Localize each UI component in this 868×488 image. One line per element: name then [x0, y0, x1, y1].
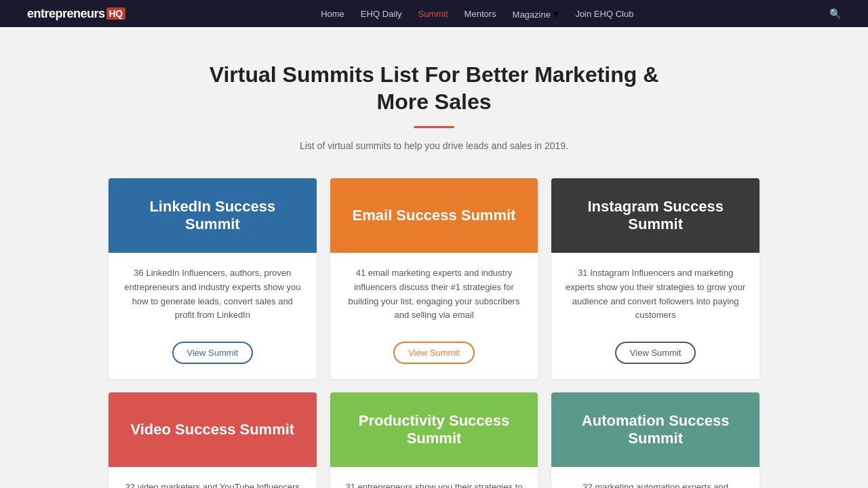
card-body-instagram: 31 Instagram Influencers and marketing e…: [551, 253, 760, 342]
card-footer-email: View Summit: [330, 342, 538, 379]
card-title-video: Video Success Summit: [130, 421, 294, 439]
nav-item-summit[interactable]: Summit: [418, 7, 448, 20]
title-divider: [414, 126, 454, 128]
nav-link-summit[interactable]: Summit: [418, 9, 448, 19]
card-body-video: 32 video marketers and YouTube Influence…: [108, 467, 317, 488]
card-title-instagram: Instagram Success Summit: [565, 198, 746, 234]
page-title: Virtual Summits List For Better Marketin…: [108, 61, 760, 115]
card-body-email: 41 email marketing experts and industry …: [330, 253, 538, 342]
nav-links: Home EHQ Daily Summit Mentors Magazine ▾…: [321, 7, 633, 20]
view-summit-button-email[interactable]: View Summit: [393, 342, 475, 364]
card-automation: Automation Success Summit 32 marketing a…: [551, 392, 760, 488]
card-title-automation: Automation Success Summit: [565, 412, 746, 448]
card-header-email: Email Success Summit: [330, 178, 538, 253]
nav-item-home[interactable]: Home: [321, 7, 344, 20]
logo-text: entrepreneurs: [27, 7, 105, 21]
card-productivity: Productivity Success Summit 31 entrepren…: [330, 392, 538, 488]
search-icon[interactable]: 🔍: [829, 8, 841, 19]
card-description-productivity: 31 entrepreneurs show you their strategi…: [344, 481, 525, 488]
card-footer-instagram: View Summit: [551, 342, 760, 379]
view-summit-button-instagram[interactable]: View Summit: [615, 342, 696, 364]
card-title-linkedin: LinkedIn Success Summit: [122, 198, 303, 234]
card-footer-linkedin: View Summit: [108, 342, 317, 379]
card-body-productivity: 31 entrepreneurs show you their strategi…: [330, 467, 538, 488]
card-email: Email Success Summit 41 email marketing …: [330, 178, 538, 379]
nav-link-home[interactable]: Home: [321, 9, 344, 19]
card-header-automation: Automation Success Summit: [551, 392, 760, 467]
nav-item-mentors[interactable]: Mentors: [465, 7, 496, 20]
card-linkedin: LinkedIn Success Summit 36 LinkedIn Infl…: [108, 178, 317, 379]
card-instagram: Instagram Success Summit 31 Instagram In…: [551, 178, 760, 379]
page-content: Virtual Summits List For Better Marketin…: [95, 27, 773, 488]
nav-link-ehqdaily[interactable]: EHQ Daily: [361, 9, 402, 19]
logo-hq: HQ: [106, 7, 125, 20]
nav-item-magazine[interactable]: Magazine ▾: [513, 7, 559, 20]
card-title-productivity: Productivity Success Summit: [344, 412, 525, 448]
card-description-automation: 32 marketing automation experts and entr…: [565, 481, 746, 488]
card-title-email: Email Success Summit: [353, 207, 516, 224]
card-header-productivity: Productivity Success Summit: [330, 392, 538, 467]
view-summit-button-linkedin[interactable]: View Summit: [172, 342, 254, 364]
card-description-linkedin: 36 LinkedIn Influencers, authors, proven…: [122, 266, 303, 323]
card-description-instagram: 31 Instagram Influencers and marketing e…: [565, 266, 746, 323]
card-header-instagram: Instagram Success Summit: [551, 178, 760, 253]
card-body-linkedin: 36 LinkedIn Influencers, authors, proven…: [108, 253, 317, 342]
navbar: entrepreneursHQ Home EHQ Daily Summit Me…: [0, 0, 868, 27]
card-description-email: 41 email marketing experts and industry …: [344, 266, 525, 323]
card-header-linkedin: LinkedIn Success Summit: [108, 178, 317, 253]
nav-item-ehqdaily[interactable]: EHQ Daily: [361, 7, 402, 20]
nav-link-join[interactable]: Join EHQ Club: [575, 9, 633, 19]
card-description-video: 32 video marketers and YouTube Influence…: [122, 481, 303, 488]
nav-link-mentors[interactable]: Mentors: [465, 9, 496, 19]
nav-item-join[interactable]: Join EHQ Club: [575, 7, 633, 20]
nav-link-magazine[interactable]: Magazine: [513, 9, 551, 20]
cards-grid: LinkedIn Success Summit 36 LinkedIn Infl…: [108, 178, 760, 488]
card-video: Video Success Summit 32 video marketers …: [108, 392, 317, 488]
card-body-automation: 32 marketing automation experts and entr…: [551, 467, 760, 488]
page-subtitle: List of virtual summits to help you driv…: [108, 140, 760, 151]
card-header-video: Video Success Summit: [108, 392, 317, 467]
site-logo[interactable]: entrepreneursHQ: [27, 7, 125, 21]
